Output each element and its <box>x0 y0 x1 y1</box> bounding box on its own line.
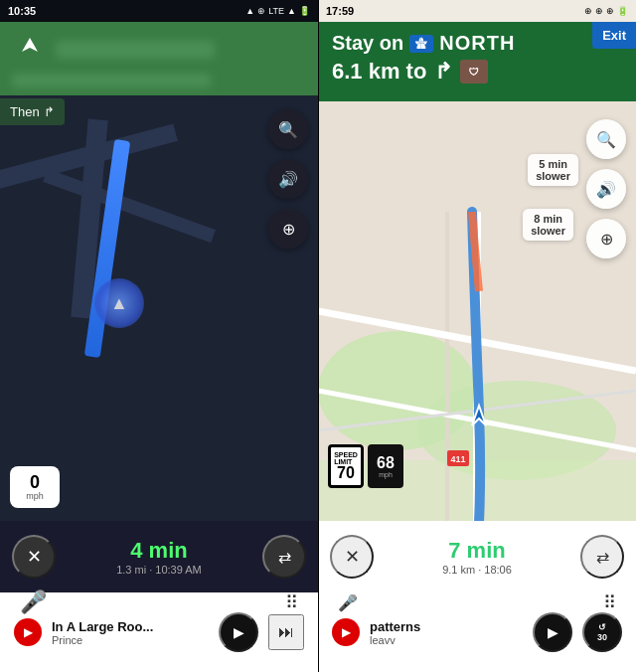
eta-details-left: 1.3 mi · 10:39 AM <box>56 564 262 576</box>
music-title-right: patterns <box>370 619 523 634</box>
close-nav-button-right[interactable]: ✕ <box>330 535 374 579</box>
grid-icon-left[interactable]: ⠿ <box>285 591 298 613</box>
home-bar-left: 🎤 ⠿ <box>0 592 318 612</box>
vehicle-indicator <box>94 278 144 328</box>
speed-value-left: 0 <box>30 473 40 491</box>
bottom-bar-left: ✕ 4 min 1.3 mi · 10:39 AM ⇄ <box>0 521 318 592</box>
speed-indicator-left: 0 mph <box>10 466 60 508</box>
nav-direction-arrow <box>12 30 48 66</box>
layers-button-right[interactable]: ⊕ <box>586 219 626 258</box>
sound-button-right[interactable]: 🔊 <box>586 169 626 209</box>
nav-distance-right: 6.1 km to ↱ 🛡 <box>332 59 622 84</box>
close-nav-button-left[interactable]: ✕ <box>12 535 56 579</box>
left-status-bar: 10:35 ▲ ⊕ LTE ▲ 🔋 <box>0 0 318 22</box>
replay-button-right[interactable]: ↺30 <box>582 612 622 652</box>
speed-limit-value: 70 <box>337 465 355 481</box>
left-status-icons: ▲ ⊕ LTE ▲ 🔋 <box>245 6 310 16</box>
left-panel: 10:35 ▲ ⊕ LTE ▲ 🔋 Then ↱ <box>0 0 318 672</box>
route-options-button-left[interactable]: ⇄ <box>262 535 306 579</box>
play-button-left[interactable]: ▶ <box>219 612 258 652</box>
search-button-right[interactable]: 🔍 <box>586 119 626 159</box>
grid-icon-right[interactable]: ⠿ <box>603 591 616 613</box>
traffic-label-2: 8 minslower <box>523 209 573 241</box>
mic-icon-left[interactable]: 🎤 <box>20 589 47 615</box>
music-artist-right: leavv <box>370 634 523 646</box>
nav-stay-on-text: Stay on 🛣 NORTH <box>332 32 622 55</box>
nav-banner-left: Then ↱ <box>0 22 318 95</box>
shield-sign: 🛡 <box>460 60 488 84</box>
nav-street-name <box>56 41 215 59</box>
route-options-button-right[interactable]: ⇄ <box>580 535 624 579</box>
current-speed-value: 68 <box>377 455 395 471</box>
right-panel: 17:59 ⊕ ⊕ ⊕ 🔋 <box>318 0 636 672</box>
left-status-time: 10:35 <box>8 5 36 17</box>
highway-badge: 🛣 <box>409 35 433 53</box>
bottom-bar-right: ✕ 7 min 9.1 km · 18:06 ⇄ <box>318 521 636 592</box>
right-status-time: 17:59 <box>326 5 354 17</box>
music-info-right: patterns leavv <box>370 619 523 646</box>
music-service-icon-right: ▶ <box>332 618 360 646</box>
music-service-icon-left: ▶ <box>14 618 42 646</box>
music-info-left: In A Large Roo... Prince <box>52 619 209 646</box>
eta-details-right: 9.1 km · 18:06 <box>374 564 580 576</box>
sound-button-left[interactable]: 🔊 <box>268 159 308 199</box>
next-button-left[interactable]: ⏭ <box>268 614 304 650</box>
music-title-left: In A Large Roo... <box>52 619 209 634</box>
right-status-bar: 17:59 ⊕ ⊕ ⊕ 🔋 <box>318 0 636 22</box>
layers-button-left[interactable]: ⊕ <box>268 209 308 249</box>
nav-then-label: Then ↱ <box>0 98 65 125</box>
right-status-icons: ⊕ ⊕ ⊕ 🔋 <box>584 6 628 16</box>
eta-info-left: 4 min 1.3 mi · 10:39 AM <box>56 538 262 576</box>
search-button-left[interactable]: 🔍 <box>268 109 308 149</box>
north-direction-label: NORTH <box>439 32 515 55</box>
music-artist-left: Prince <box>52 634 209 646</box>
eta-time-right: 7 min <box>374 538 580 564</box>
speed-limit-sign: SPEEDLIMIT 70 <box>328 444 364 488</box>
traffic-label-1: 5 minslower <box>528 154 578 186</box>
speed-unit-left: mph <box>26 491 44 501</box>
exit-badge: Exit <box>592 22 636 49</box>
map-controls-right: 🔍 🔊 ⊕ <box>586 119 626 258</box>
nav-banner-right: Stay on 🛣 NORTH 6.1 km to ↱ 🛡 <box>318 22 636 101</box>
current-speed-box: 68 mph <box>368 444 403 488</box>
play-button-right[interactable]: ▶ <box>533 612 572 652</box>
speed-limit-box: SPEEDLIMIT 70 68 mph <box>328 444 403 488</box>
current-speed-unit: mph <box>379 471 393 478</box>
mic-icon-right[interactable]: 🎤 <box>338 593 358 612</box>
home-bar-right: 🎤 ⠿ <box>318 592 636 612</box>
map-controls-left: 🔍 🔊 ⊕ <box>268 109 308 249</box>
map-road <box>43 169 216 244</box>
panel-divider <box>318 0 319 672</box>
nav-street-name-secondary <box>12 74 211 87</box>
eta-info-right: 7 min 9.1 km · 18:06 <box>374 538 580 576</box>
eta-time-left: 4 min <box>56 538 262 564</box>
svg-text:411: 411 <box>450 454 465 464</box>
